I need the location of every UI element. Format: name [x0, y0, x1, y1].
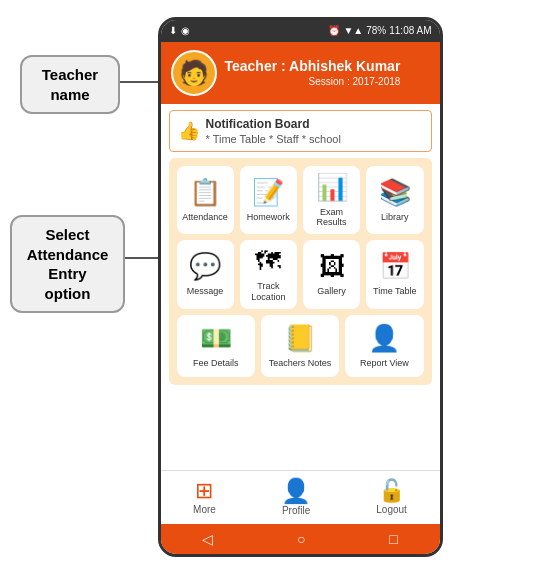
- profile-icon: 👤: [281, 477, 311, 505]
- menu-item-exam-results[interactable]: 📊 Exam Results: [303, 166, 360, 235]
- alarm-icon: ⏰: [328, 25, 340, 36]
- menu-item-track-location[interactable]: 🗺 Track Location: [240, 240, 297, 309]
- more-icon: ⊞: [195, 478, 213, 504]
- download-icon: ⬇: [169, 25, 177, 36]
- avatar: 🧑: [171, 50, 217, 96]
- menu-item-fee-details[interactable]: 💵 Fee Details: [177, 315, 255, 377]
- callout-attendance-label: Select Attendance Entry option: [27, 226, 109, 302]
- exam-results-label: Exam Results: [305, 207, 358, 229]
- notification-text: * Time Table * Staff * school: [206, 133, 341, 145]
- track-location-icon: 🗺: [255, 246, 281, 277]
- circle-icon: ◉: [181, 25, 190, 36]
- attendance-icon: 📋: [189, 177, 221, 208]
- track-location-label: Track Location: [242, 281, 295, 303]
- battery-text: 78%: [366, 25, 386, 36]
- recent-button[interactable]: □: [389, 531, 397, 547]
- menu-grid-area: 📋 Attendance 📝 Homework 📊 Exam Results 📚…: [169, 158, 432, 385]
- time-text: 11:08 AM: [389, 25, 431, 36]
- report-view-label: Report View: [360, 358, 409, 369]
- menu-item-gallery[interactable]: 🖼 Gallery: [303, 240, 360, 309]
- back-button[interactable]: ◁: [202, 531, 213, 547]
- status-right: ⏰ ▼▲ 78% 11:08 AM: [328, 25, 431, 36]
- signal-icons: ▼▲: [343, 25, 363, 36]
- fee-details-label: Fee Details: [193, 358, 239, 369]
- nav-more[interactable]: ⊞ More: [193, 478, 216, 515]
- menu-item-attendance[interactable]: 📋 Attendance: [177, 166, 234, 235]
- logout-icon: 🔓: [378, 478, 405, 504]
- more-label: More: [193, 504, 216, 515]
- nav-profile[interactable]: 👤 Profile: [281, 477, 311, 516]
- android-nav-bar: ◁ ○ □: [161, 524, 440, 554]
- gallery-label: Gallery: [317, 286, 346, 297]
- fee-details-icon: 💵: [200, 323, 232, 354]
- session-label: Session : 2017-2018: [225, 76, 401, 87]
- notification-icon: 👍: [178, 120, 200, 142]
- menu-item-report-view[interactable]: 👤 Report View: [345, 315, 423, 377]
- notification-board: 👍 Notification Board * Time Table * Staf…: [169, 110, 432, 152]
- logout-label: Logout: [376, 504, 407, 515]
- app-header: 🧑 Teacher : Abhishek Kumar Session : 201…: [161, 42, 440, 104]
- menu-item-teachers-notes[interactable]: 📒 Teachers Notes: [261, 315, 339, 377]
- nav-logout[interactable]: 🔓 Logout: [376, 478, 407, 515]
- time-table-icon: 📅: [379, 251, 411, 282]
- gallery-icon: 🖼: [319, 251, 345, 282]
- phone-frame: ⬇ ◉ ⏰ ▼▲ 78% 11:08 AM 🧑 Teacher : Abhish…: [158, 17, 443, 557]
- menu-item-library[interactable]: 📚 Library: [366, 166, 423, 235]
- callout-attendance: Select Attendance Entry option: [10, 215, 125, 313]
- report-view-icon: 👤: [368, 323, 400, 354]
- grid-row-2: 💬 Message 🗺 Track Location 🖼 Gallery 📅 T…: [177, 240, 424, 309]
- menu-item-homework[interactable]: 📝 Homework: [240, 166, 297, 235]
- callout-teacher-label: Teacher name: [42, 66, 98, 103]
- library-icon: 📚: [379, 177, 411, 208]
- status-left: ⬇ ◉: [169, 25, 190, 36]
- library-label: Library: [381, 212, 409, 223]
- status-bar: ⬇ ◉ ⏰ ▼▲ 78% 11:08 AM: [161, 20, 440, 42]
- homework-icon: 📝: [252, 177, 284, 208]
- time-table-label: Time Table: [373, 286, 417, 297]
- teachers-notes-icon: 📒: [284, 323, 316, 354]
- home-button[interactable]: ○: [297, 531, 305, 547]
- avatar-emoji: 🧑: [179, 59, 209, 87]
- menu-item-time-table[interactable]: 📅 Time Table: [366, 240, 423, 309]
- exam-results-icon: 📊: [316, 172, 348, 203]
- teachers-notes-label: Teachers Notes: [269, 358, 332, 369]
- notification-content: Notification Board * Time Table * Staff …: [206, 117, 341, 145]
- grid-row-1: 📋 Attendance 📝 Homework 📊 Exam Results 📚…: [177, 166, 424, 235]
- message-icon: 💬: [189, 251, 221, 282]
- menu-item-message[interactable]: 💬 Message: [177, 240, 234, 309]
- grid-row-3: 💵 Fee Details 📒 Teachers Notes 👤 Report …: [177, 315, 424, 377]
- header-text: Teacher : Abhishek Kumar Session : 2017-…: [225, 58, 401, 87]
- bottom-nav: ⊞ More 👤 Profile 🔓 Logout: [161, 470, 440, 522]
- teacher-name: Teacher : Abhishek Kumar: [225, 58, 401, 74]
- message-label: Message: [187, 286, 224, 297]
- attendance-label: Attendance: [182, 212, 228, 223]
- callout-teacher-name: Teacher name: [20, 55, 120, 114]
- homework-label: Homework: [247, 212, 290, 223]
- notification-title: Notification Board: [206, 117, 341, 131]
- profile-label: Profile: [282, 505, 310, 516]
